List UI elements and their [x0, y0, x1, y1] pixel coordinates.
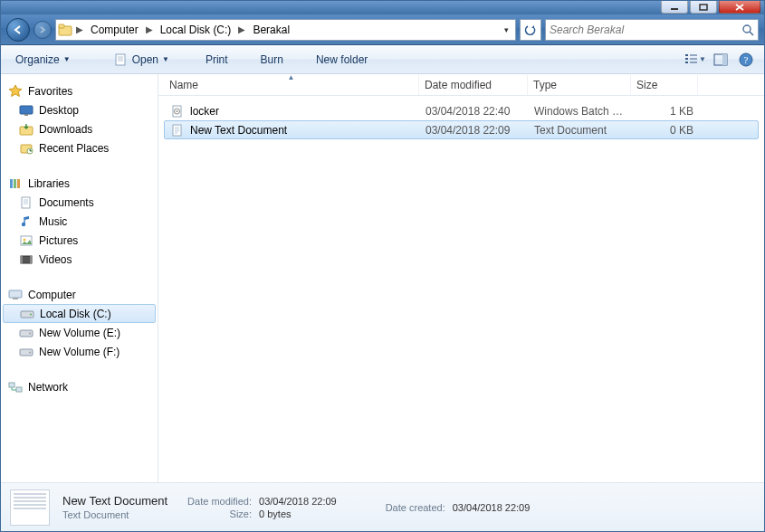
file-row[interactable]: locker03/04/2018 22:40Windows Batch File…: [164, 101, 759, 120]
sidebar-item-new-volume-f[interactable]: New Volume (F:): [1, 342, 158, 361]
preview-pane-icon: [713, 53, 728, 66]
details-size-label: Size:: [187, 508, 252, 519]
file-list[interactable]: locker03/04/2018 22:40Windows Batch File…: [158, 96, 764, 482]
minimize-icon: [670, 4, 679, 11]
network-icon: [8, 380, 23, 394]
file-open-icon: [114, 53, 129, 66]
drive-icon: [20, 307, 34, 321]
svg-rect-5: [116, 54, 125, 65]
sidebar-item-local-disk-c[interactable]: Local Disk (C:): [3, 304, 156, 323]
file-date: 03/04/2018 22:09: [420, 124, 529, 137]
sidebar-item-downloads[interactable]: Downloads: [1, 119, 158, 138]
file-size: 0 KB: [632, 124, 699, 137]
music-icon: [19, 214, 33, 229]
help-button[interactable]: ?: [735, 50, 757, 70]
refresh-button[interactable]: [520, 19, 541, 41]
view-options-button[interactable]: ▼: [684, 50, 706, 70]
view-list-icon: [684, 53, 697, 66]
svg-rect-34: [16, 387, 22, 392]
pictures-icon: [19, 233, 33, 248]
column-date-modified[interactable]: Date modified: [419, 75, 528, 95]
file-row[interactable]: New Text Document03/04/2018 22:09Text Do…: [164, 120, 759, 139]
file-type: Windows Batch File: [529, 105, 632, 118]
downloads-icon: [19, 122, 33, 137]
svg-rect-26: [13, 298, 18, 299]
details-modified-value: 03/04/2018 22:09: [259, 496, 337, 507]
libraries-icon: [8, 176, 23, 191]
svg-point-19: [22, 222, 25, 225]
refresh-icon: [524, 24, 537, 36]
sidebar-computer[interactable]: Computer: [1, 285, 158, 304]
sidebar-libraries[interactable]: Libraries: [1, 174, 158, 193]
search-input[interactable]: Search Berakal: [545, 19, 759, 41]
breadcrumb-computer[interactable]: Computer: [87, 21, 142, 39]
chevron-right-icon[interactable]: ▶: [74, 24, 85, 34]
sidebar-network[interactable]: Network: [1, 377, 158, 396]
file-size: 1 KB: [632, 105, 699, 118]
forward-arrow-icon: [38, 25, 47, 34]
details-modified-label: Date modified:: [187, 496, 252, 507]
sidebar-item-pictures[interactable]: Pictures: [1, 231, 158, 250]
file-date: 03/04/2018 22:40: [420, 105, 529, 118]
address-dropdown[interactable]: ▾: [499, 25, 513, 34]
svg-rect-7: [722, 54, 727, 65]
column-size[interactable]: Size: [631, 75, 698, 95]
main-area: Favorites Desktop Downloads Recent Place…: [1, 74, 764, 482]
close-icon: [735, 4, 744, 11]
chevron-down-icon: ▼: [63, 55, 71, 63]
titlebar: [1, 1, 764, 14]
svg-rect-18: [22, 197, 30, 208]
search-icon: [741, 24, 754, 36]
svg-rect-3: [59, 24, 64, 28]
details-created-value: 03/04/2018 22:09: [453, 502, 531, 513]
svg-rect-10: [20, 106, 33, 114]
close-button[interactable]: [719, 1, 760, 14]
open-button[interactable]: Open▼: [107, 50, 177, 70]
star-icon: [8, 84, 23, 99]
column-name[interactable]: Name▲: [164, 75, 419, 95]
chevron-right-icon[interactable]: ▶: [144, 24, 155, 34]
back-button[interactable]: [6, 18, 30, 42]
chevron-right-icon[interactable]: ▶: [236, 24, 247, 34]
new-folder-button[interactable]: New folder: [309, 50, 375, 70]
sidebar-item-desktop[interactable]: Desktop: [1, 100, 158, 119]
folder-icon: [58, 23, 72, 37]
svg-rect-1: [700, 5, 707, 10]
maximize-button[interactable]: [690, 1, 717, 14]
sidebar-item-new-volume-e[interactable]: New Volume (E:): [1, 323, 158, 342]
minimize-button[interactable]: [661, 1, 688, 14]
file-type: Text Document: [529, 124, 632, 137]
breadcrumb-local-disk-c[interactable]: Local Disk (C:): [157, 21, 235, 39]
sort-ascending-icon: ▲: [288, 73, 295, 81]
preview-pane-button[interactable]: [710, 50, 732, 70]
sidebar-item-music[interactable]: Music: [1, 212, 158, 231]
forward-button[interactable]: [33, 21, 52, 39]
chevron-down-icon: ▼: [162, 55, 169, 63]
details-pane: New Text Document Text Document Date mod…: [1, 482, 764, 531]
desktop-icon: [19, 103, 33, 118]
svg-rect-33: [9, 383, 14, 387]
sidebar-item-recent-places[interactable]: Recent Places: [1, 138, 158, 157]
svg-rect-24: [30, 256, 32, 263]
sidebar-item-videos[interactable]: Videos: [1, 250, 158, 269]
breadcrumb-berakal[interactable]: Berakal: [249, 21, 293, 39]
recent-icon: [19, 141, 33, 156]
burn-button[interactable]: Burn: [253, 50, 291, 70]
computer-icon: [8, 288, 23, 302]
sidebar-item-documents[interactable]: Documents: [1, 193, 158, 212]
svg-point-30: [29, 332, 31, 334]
file-name: locker: [190, 105, 219, 118]
svg-rect-0: [671, 8, 678, 10]
documents-icon: [19, 195, 33, 210]
maximize-icon: [699, 4, 708, 11]
navbar: ▶ Computer ▶ Local Disk (C:) ▶ Berakal ▾…: [1, 14, 764, 45]
sidebar-favorites[interactable]: Favorites: [1, 81, 158, 100]
organize-button[interactable]: Organize▼: [8, 50, 78, 70]
svg-point-21: [24, 238, 26, 241]
drive-icon: [19, 345, 33, 359]
file-icon: [170, 124, 185, 137]
address-bar[interactable]: ▶ Computer ▶ Local Disk (C:) ▶ Berakal ▾: [55, 19, 516, 41]
print-button[interactable]: Print: [198, 50, 235, 70]
explorer-window: ▶ Computer ▶ Local Disk (C:) ▶ Berakal ▾…: [0, 0, 765, 532]
column-type[interactable]: Type: [528, 75, 631, 95]
